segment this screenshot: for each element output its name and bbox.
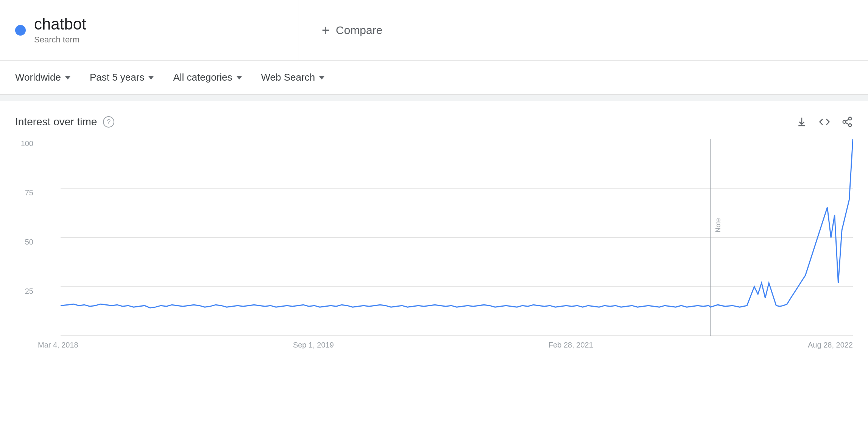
filters-bar: Worldwide Past 5 years All categories We…	[0, 61, 868, 95]
category-chevron-icon	[236, 76, 242, 80]
search-type-filter[interactable]: Web Search	[254, 68, 333, 87]
share-button[interactable]	[842, 116, 853, 128]
time-range-label: Past 5 years	[90, 72, 145, 83]
download-button[interactable]	[796, 116, 807, 128]
y-label-75: 75	[15, 189, 38, 197]
compare-button[interactable]: + Compare	[322, 22, 382, 38]
svg-point-0	[849, 117, 852, 120]
svg-point-1	[843, 120, 846, 123]
term-color-dot	[15, 25, 26, 36]
section-divider	[0, 95, 868, 101]
y-label-100: 100	[15, 139, 38, 148]
x-axis: Mar 4, 2018 Sep 1, 2019 Feb 28, 2021 Aug…	[38, 336, 853, 349]
chart-container: 25 50 75 100 Note Mar 4, 2018 Sep 1	[15, 139, 853, 359]
y-label-50: 50	[15, 238, 38, 246]
y-label-25: 25	[15, 287, 38, 296]
chart-header: Interest over time ?	[15, 116, 853, 128]
compare-plus-icon: +	[322, 22, 330, 38]
chart-svg	[61, 139, 853, 336]
search-term-type: Search term	[34, 35, 86, 45]
compare-label: Compare	[336, 24, 382, 37]
chart-title-group: Interest over time ?	[15, 116, 114, 128]
compare-area: + Compare	[299, 0, 868, 60]
location-filter[interactable]: Worldwide	[8, 68, 78, 87]
search-term-area: chatbot Search term	[0, 0, 299, 60]
search-type-chevron-icon	[319, 76, 325, 80]
chart-plot: Note	[61, 139, 853, 336]
category-filter[interactable]: All categories	[165, 68, 249, 87]
svg-line-4	[846, 119, 849, 121]
chart-section: Interest over time ?	[0, 101, 868, 366]
y-axis: 25 50 75 100	[15, 139, 38, 336]
term-text-group: chatbot Search term	[34, 16, 86, 44]
x-label-1: Sep 1, 2019	[293, 341, 334, 349]
svg-line-3	[846, 123, 849, 125]
svg-point-2	[849, 124, 852, 127]
x-label-2: Feb 28, 2021	[549, 341, 593, 349]
location-chevron-icon	[65, 76, 71, 80]
time-range-chevron-icon	[148, 76, 154, 80]
chart-actions	[796, 116, 853, 128]
help-icon[interactable]: ?	[103, 116, 114, 128]
category-label: All categories	[173, 72, 232, 83]
embed-button[interactable]	[819, 116, 830, 128]
time-range-filter[interactable]: Past 5 years	[82, 68, 162, 87]
search-term: chatbot	[34, 16, 86, 33]
x-label-0: Mar 4, 2018	[38, 341, 78, 349]
location-label: Worldwide	[15, 72, 61, 83]
header: chatbot Search term + Compare	[0, 0, 868, 61]
chart-title: Interest over time	[15, 116, 97, 128]
help-icon-label: ?	[107, 118, 111, 126]
x-label-3: Aug 28, 2022	[808, 341, 853, 349]
search-type-label: Web Search	[261, 72, 315, 83]
